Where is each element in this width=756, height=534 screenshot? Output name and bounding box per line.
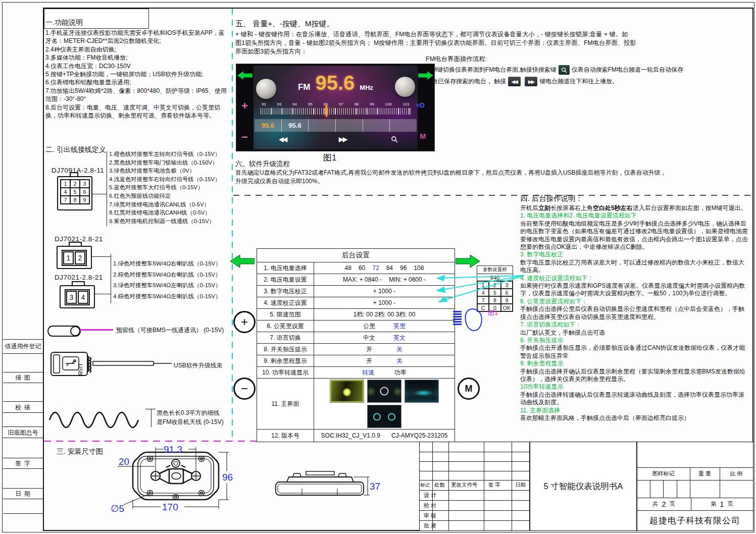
feature-item: 1.手机蓝牙连接仪表投影功能无需安卓手机和IOS手机安装APP，蓝牙名：METE… [45,29,230,45]
connector-pin: 8 [70,195,80,204]
frequency-readout: FM 95.6 MHz [254,72,418,94]
connector1-wire-list: 1.橙色线对接整车左转向灯信号线（0-15V）2.黑色线对接整车电门锁输出线（0… [109,150,220,225]
main-ui-thumb-2 [367,380,401,403]
radio-screen: FM 95.6 MHz 9293949596979899100101 95.6 … [254,66,418,149]
dim-depth: 37 [370,481,380,492]
reserved-wire-line [80,329,113,331]
m-button-symbol: M [458,378,480,400]
strip-label: 校 描 [3,403,43,412]
rev-header: 日期 [515,482,526,489]
paragraph: 8. 开关胎压提示 [520,337,748,344]
connector-pin: 7 [60,195,71,204]
reserved-wire-drawing [47,326,81,337]
headlight-icon: ≡D [416,101,425,109]
transport-controls: ◀◀ ▶▶ [255,133,417,147]
frequency-value: 95.6 [315,72,355,94]
paragraph: 手触摸点击选择开确认后仪表显示剩余里程（要实现剩余里程显示需BMS发送数据给仪表… [520,368,748,384]
antenna-label-line1: 黑色长长0.3平方的细线 [157,409,220,417]
fm-radio-screenshot: FM 95.6 MHz 9293949596979899100101 95.6 … [236,64,434,151]
scale-number: 95 [308,102,313,106]
document-title: 5 寸智能仪表说明书A [530,442,636,530]
wire-item: 7.绿黑对接锂电池通讯CANL线（0-5V） [109,200,220,209]
fm-flow-line1: 按M键切换仪表界面到FM电台界面,触摸快搜索键仪表自动搜索FM电台频道一轮后自动… [426,65,749,75]
scale-label: 比 例 [720,467,753,480]
paragraph: 1. 电压电量选择和2. 电压电量设置流程如下 [520,212,748,220]
stamp-label: 图样标记 [637,467,690,480]
feature-item: 2.4种仪表主界面自由切换; [45,45,230,54]
section2-title: 二. 引出线接线定义 [45,145,106,154]
preset-bar: 95.6 95.6 [255,119,417,132]
wire-item: 3.绿色线对接整车电池负极（0V） [109,167,220,175]
section4-intro: 开机后立刻长按屏幕右上角空白处5秒左右进入后台设置界面如左图，按M键可退出。 [520,204,748,212]
rev-header: 更改文件号 [451,482,478,489]
usb-connector-drawing: USB [48,348,173,385]
paragraph: 11. 主界面选择 [520,407,748,414]
side-view-drawing: 37 [267,462,423,507]
rev-row-label: 设 计 [424,492,436,499]
speaker-grille-icon [453,311,462,326]
company-name: 超捷电子科技有限公司 [637,510,753,530]
fm-flow-title: FM电台界面操作流程: [426,55,749,64]
section5-title: 五、 音量+、-按键、M按键。 [235,19,334,29]
connector-pin: 1 [63,251,74,264]
wire-item: 4.棕色对接整车5W/4Ω左喇叭线（0-15V） [113,291,221,302]
frequency-unit: MHz [360,84,373,91]
paragraph: 4. 速度校正设置流程如下： [520,275,748,282]
dim-height: 96 [222,472,233,483]
section4-title: 四. 后台操作说明： [520,194,748,203]
dim-width-top: 91.3 [164,444,182,455]
scale-number: 93 [277,102,282,106]
scale-number: 100 [385,102,392,106]
connector-pin: 4 [78,291,88,304]
volume-plus-key: + [241,99,248,113]
paragraph: 出厂默认英文，手触摸点击可选 [520,329,748,337]
left-arrow-icon [237,71,253,80]
wire-item: 8.红黑对接锂电池通讯CANH线（0-5V） [109,208,220,217]
wire-item: 1.橙色线对接整车左转向灯信号线（0-15V） [109,150,220,158]
connector3-name: DJ7021-2.8-21 [55,274,103,281]
main-ui-thumb-4 [367,405,401,428]
divider-vertical [232,9,233,441]
section5-text: + 键和 - 键按键作用：在音乐播放、语音通话、导航界面、FM电台界面等状态下，… [235,30,748,56]
weight-label: 重 量 [690,467,720,480]
usb-text: USB [77,364,83,376]
reserved-wire-label: 预留线（可接BMS一线通通讯） (0-15V) [116,326,224,335]
connector-pin: 3 [66,291,77,304]
paragraph: 3. 数字电压校正 [520,251,748,258]
wire-item: 4.浅蓝色对接整车右转向灯信号线（0-15V） [109,175,220,184]
connector2-drawing: 12 [57,246,92,269]
frequency-ticks [261,108,411,115]
section1-title: 一.功能说明 [45,18,83,27]
feature-item: 7.功放输出5W/4欧姆*2路、像素：800*480、防护等级：IP65、使用范… [45,87,230,103]
section5-line2: 图1箭头所指方向，音量 - 键如图2箭头所指方向； M按键作用：主要用于切换仪表… [235,39,748,47]
connector-pin: 2 [75,251,85,264]
total-pages: 共 2 页 [637,498,691,510]
paragraph: 手触摸点击选择公里后仪表自动切换显示公里速度和里程（点中后会变蓝色），手触摸点击… [520,305,748,321]
manual-sheet: { "colors":{"accent_green":"#00b33c","va… [0,0,756,534]
antenna-wave-drawing [47,402,148,430]
strip-label: 日 期 [3,490,43,498]
left-arrow-icon [230,254,255,268]
feature-item: 5.按键+TP全触摸功能，一键锁屏功能；USB软件升级功能; [45,70,230,78]
tuning-needle [326,105,327,117]
paragraph: 6. 公英里设置流程如下： [520,298,748,305]
wire-item: 2.棕色对接整车5W/4Ω右喇叭线（0-15V） [113,270,221,281]
preset-next: 95.6 [282,119,309,132]
antenna-label-line2: 是FM收音机天线 (0-15V) [157,418,224,426]
prev-track-icon: ◀◀ [508,77,521,86]
paragraph: 10功率转速显示 [520,383,748,391]
strip-label: 描 图 [3,373,43,382]
minus-button-symbol: − [233,378,256,400]
paragraph: 当前整车使用铅酸电池组额定电压是多少V时手触摸点击选择多少V电压，确认选择后的电… [520,220,748,251]
rev-header: 标记 [420,482,430,489]
scale-number: 99 [370,102,374,106]
dim-offset: 20 [119,456,129,467]
fm-flow: FM电台界面操作流程: 按M键切换仪表界面到FM电台界面,触摸快搜索键仪表自动搜… [426,55,749,86]
rear-view-drawing: 91.3 20 96 170 ∅5 [108,443,236,514]
paragraph: 喜欢那幅主界面风格，手触摸点击选中后（界面边框亮白提示） [520,414,748,422]
next-track-icon: ▶▶ [339,136,346,143]
strip-label: 借通用件登记 [3,342,43,351]
scale-number: 98 [354,102,359,106]
search-icon [391,136,398,145]
paragraph: 9. 剩余里程显示 [520,360,748,367]
